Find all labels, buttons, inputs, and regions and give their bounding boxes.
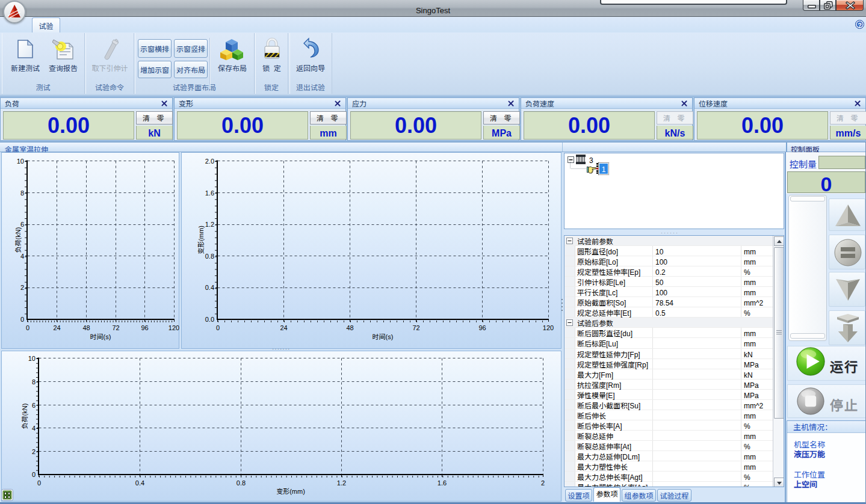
svg-text:8: 8 [20,188,24,197]
svg-text:24: 24 [280,322,287,332]
svg-text:96: 96 [478,322,486,332]
svg-text:1.6: 1.6 [205,188,214,197]
svg-text:2: 2 [20,282,24,292]
svg-text:0.4: 0.4 [205,282,214,292]
svg-text:0.4: 0.4 [135,478,144,487]
svg-text:120: 120 [543,322,554,332]
svg-text:6: 6 [32,400,36,410]
svg-text:48: 48 [346,322,353,332]
svg-text:1.2: 1.2 [205,219,214,229]
svg-text:2: 2 [541,478,545,487]
svg-text:0: 0 [26,322,29,332]
svg-text:2.0: 2.0 [205,156,214,165]
svg-text:72: 72 [412,322,419,332]
svg-text:24: 24 [53,322,60,332]
svg-text:72: 72 [112,322,119,332]
svg-text:4: 4 [32,423,36,432]
svg-text:1.6: 1.6 [438,478,447,487]
svg-text:96: 96 [141,322,148,332]
svg-text:0.8: 0.8 [237,478,246,487]
svg-text:0: 0 [20,314,24,324]
svg-text:0: 0 [216,322,220,332]
svg-text:48: 48 [82,322,90,332]
svg-text:120: 120 [169,322,179,332]
svg-text:10: 10 [17,156,24,165]
svg-text:8: 8 [32,376,36,386]
svg-text:0: 0 [32,469,36,479]
svg-text:2: 2 [32,446,36,456]
svg-text:0.0: 0.0 [205,314,214,324]
svg-text:0: 0 [37,478,41,487]
svg-text:0.8: 0.8 [205,251,214,260]
svg-text:10: 10 [28,353,36,363]
svg-text:1.2: 1.2 [337,478,346,487]
